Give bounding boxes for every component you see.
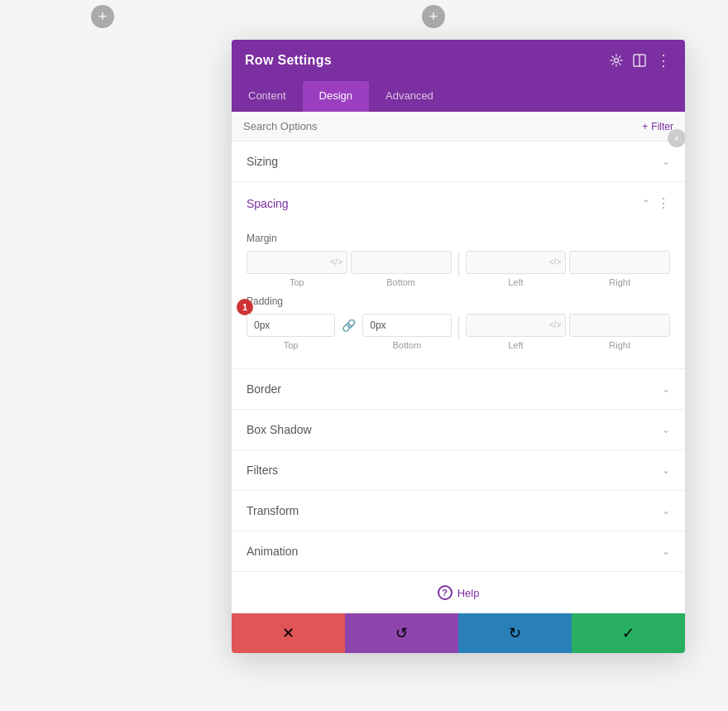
box-shadow-section: Box Shadow ⌄ (232, 410, 685, 450)
modal-close-button[interactable]: × (668, 129, 685, 147)
margin-left-label: Left (508, 277, 523, 287)
transform-section-header[interactable]: Transform ⌄ (232, 491, 685, 531)
spacing-section-actions: ⌃ ⋮ (642, 195, 670, 211)
margin-top-wrapper: </> Top (247, 251, 347, 287)
spacing-chevron-up-icon: ⌃ (642, 198, 650, 209)
animation-section: Animation ⌄ (232, 531, 685, 572)
header-icons: ⋮ (610, 51, 672, 70)
border-title: Border (247, 382, 281, 396)
padding-bottom-label: Bottom (392, 340, 421, 350)
svg-point-0 (615, 59, 619, 63)
box-shadow-chevron-icon: ⌄ (662, 424, 670, 435)
padding-divider (458, 315, 459, 340)
margin-top-label: Top (290, 277, 304, 287)
filter-label: Filter (651, 121, 673, 132)
modal-header: Row Settings ⋮ (232, 40, 685, 81)
help-icon: ? (438, 585, 453, 600)
filters-section-header[interactable]: Filters ⌄ (232, 450, 685, 490)
sizing-section: Sizing ⌄ (232, 142, 685, 182)
margin-bottom-wrapper: Bottom (351, 251, 452, 287)
transform-section: Transform ⌄ (232, 491, 685, 531)
save-button[interactable]: ✓ (572, 613, 685, 653)
box-shadow-title: Box Shadow (247, 423, 312, 436)
help-label[interactable]: Help (457, 587, 480, 599)
settings-icon[interactable] (610, 54, 623, 67)
spacing-section-header[interactable]: Spacing ⌃ ⋮ (232, 182, 685, 224)
border-section-header[interactable]: Border ⌄ (232, 369, 685, 409)
tab-content[interactable]: Content (232, 81, 303, 112)
modal-content: Sizing ⌄ Spacing ⌃ ⋮ Margin (232, 142, 685, 613)
animation-section-header[interactable]: Animation ⌄ (232, 531, 685, 571)
animation-chevron-icon: ⌄ (662, 545, 670, 557)
border-section: Border ⌄ (232, 369, 685, 410)
padding-left-group: Top 🔗 Bottom (247, 314, 452, 350)
modal-title: Row Settings (245, 53, 332, 68)
box-shadow-section-header[interactable]: Box Shadow ⌄ (232, 410, 685, 449)
padding-bottom-wrapper: Bottom (362, 314, 451, 350)
add-row-left-button[interactable]: + (91, 5, 114, 28)
redo-button[interactable]: ↻ (458, 613, 572, 653)
tab-advanced[interactable]: Advanced (369, 81, 450, 112)
sizing-title: Sizing (247, 155, 278, 168)
padding-right-label: Right (609, 340, 630, 350)
margin-right-field-wrapper: Right (569, 251, 670, 287)
padding-top-input[interactable] (247, 314, 335, 337)
margin-left-field-wrapper: </> Left (466, 251, 567, 287)
margin-top-link-icon: </> (330, 257, 342, 267)
margin-left-group: </> Top Bottom (247, 251, 452, 287)
padding-link-icon[interactable]: 🔗 (342, 314, 356, 332)
sizing-section-header[interactable]: Sizing ⌄ (232, 142, 685, 181)
help-row: ? Help (232, 572, 685, 613)
padding-inputs-row: Top 🔗 Bottom (247, 314, 670, 350)
margin-divider (458, 252, 459, 277)
spacing-section: Spacing ⌃ ⋮ Margin </> To (232, 182, 685, 369)
margin-inputs-row: </> Top Bottom </> (247, 251, 670, 287)
undo-icon: ↺ (395, 624, 408, 642)
padding-top-wrapper: Top (247, 314, 335, 350)
cancel-button[interactable]: ✕ (232, 613, 345, 653)
row-settings-modal: Row Settings ⋮ Content (232, 40, 685, 653)
margin-left-link-icon: </> (549, 257, 561, 267)
padding-top-label: Top (284, 340, 299, 350)
spacing-title: Spacing (247, 197, 289, 210)
padding-left-label: Left (508, 340, 523, 350)
undo-button[interactable]: ↺ (345, 613, 458, 653)
filter-icon: + (642, 121, 648, 132)
transform-title: Transform (247, 504, 299, 517)
padding-badge: 1 (237, 299, 253, 315)
margin-right-label: Right (609, 277, 630, 287)
add-row-top-button[interactable]: + (422, 5, 445, 28)
padding-right-field-wrapper: Right (569, 314, 670, 350)
filter-button[interactable]: + Filter (642, 121, 673, 132)
plus-icon-top: + (429, 8, 438, 26)
sizing-chevron-icon: ⌄ (662, 156, 670, 167)
modal-footer: ✕ ↺ ↻ ✓ (232, 613, 685, 653)
search-bar: + Filter (232, 112, 685, 142)
filters-chevron-icon: ⌄ (662, 464, 670, 476)
margin-right-group: </> Left Right (466, 251, 671, 287)
padding-bottom-input[interactable] (362, 314, 451, 337)
more-options-icon[interactable]: ⋮ (656, 51, 672, 70)
spacing-body: Margin </> Top Bottom (232, 224, 685, 368)
redo-icon: ↻ (509, 624, 521, 642)
save-icon: ✓ (622, 624, 635, 642)
padding-right-input[interactable] (569, 314, 670, 337)
canvas-area: + + Row Settings (0, 0, 728, 711)
border-chevron-icon: ⌄ (662, 383, 670, 395)
padding-label: Padding (247, 295, 670, 307)
filters-title: Filters (247, 464, 278, 477)
margin-right-input[interactable] (569, 251, 670, 274)
layout-icon[interactable] (633, 54, 646, 67)
tab-design[interactable]: Design (303, 81, 369, 112)
padding-left-field-wrapper: </> Left (466, 314, 567, 350)
margin-label: Margin (247, 233, 670, 244)
plus-icon-left: + (98, 8, 108, 26)
search-input[interactable] (243, 120, 642, 132)
margin-bottom-label: Bottom (386, 277, 415, 287)
spacing-more-icon[interactable]: ⋮ (657, 195, 670, 211)
margin-bottom-input[interactable] (351, 251, 452, 274)
filters-section: Filters ⌄ (232, 450, 685, 491)
modal-tabs: Content Design Advanced (232, 81, 685, 112)
animation-title: Animation (247, 545, 298, 558)
cancel-icon: ✕ (282, 624, 295, 642)
